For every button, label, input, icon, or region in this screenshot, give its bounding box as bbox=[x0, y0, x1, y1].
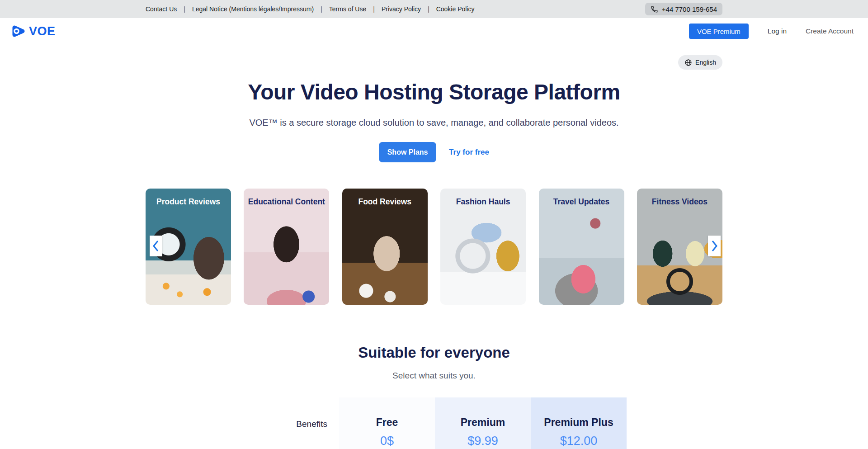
legal-links: Contact Us | Legal Notice (Mentions léga… bbox=[146, 5, 474, 13]
phone-number-badge[interactable]: +44 7700 159-654 bbox=[645, 3, 722, 15]
link-separator: | bbox=[321, 5, 322, 13]
link-separator: | bbox=[184, 5, 185, 13]
category-card-fashion-hauls[interactable]: Fashion Hauls bbox=[440, 189, 526, 305]
link-separator: | bbox=[428, 5, 429, 13]
pricing-table: Benefits Free 0$ monthly Premium $9.99 m… bbox=[146, 397, 722, 449]
link-separator: | bbox=[373, 5, 375, 13]
card-label: Product Reviews bbox=[146, 189, 231, 207]
card-label: Educational Content bbox=[244, 189, 329, 207]
plan-name: Premium bbox=[435, 416, 531, 429]
plan-column-premium[interactable]: Premium $9.99 monthly bbox=[435, 397, 531, 449]
page-subtitle: VOE™ is a secure storage cloud solution … bbox=[146, 118, 722, 128]
carousel-prev-button[interactable] bbox=[150, 236, 162, 256]
plan-name: Free bbox=[339, 416, 435, 429]
card-label: Food Reviews bbox=[342, 189, 428, 207]
try-for-free-link[interactable]: Try for free bbox=[449, 148, 489, 157]
language-selector[interactable]: English bbox=[678, 55, 722, 70]
plan-price: $12.00 bbox=[531, 434, 627, 448]
category-card-educational-content[interactable]: Educational Content bbox=[244, 189, 329, 305]
voe-logo[interactable]: VOE bbox=[11, 24, 56, 38]
globe-icon bbox=[684, 59, 692, 66]
plan-column-free[interactable]: Free 0$ monthly bbox=[339, 397, 435, 449]
card-label: Fitness Videos bbox=[637, 189, 722, 207]
privacy-policy-link[interactable]: Privacy Policy bbox=[382, 5, 421, 13]
show-plans-button[interactable]: Show Plans bbox=[379, 142, 436, 162]
plan-price: 0$ bbox=[339, 434, 435, 448]
logo-wordmark: VOE bbox=[29, 24, 56, 38]
main-header: VOE VOE Premium Log in Create Account bbox=[0, 18, 868, 44]
phone-number: +44 7700 159-654 bbox=[662, 5, 717, 13]
terms-of-use-link[interactable]: Terms of Use bbox=[329, 5, 366, 13]
voe-premium-button[interactable]: VOE Premium bbox=[689, 24, 749, 39]
chevron-right-icon bbox=[710, 239, 719, 253]
carousel-next-button[interactable] bbox=[708, 236, 721, 256]
card-label: Fashion Hauls bbox=[440, 189, 526, 207]
plan-price: $9.99 bbox=[435, 434, 531, 448]
cookie-policy-link[interactable]: Cookie Policy bbox=[436, 5, 475, 13]
benefits-column-label: Benefits bbox=[146, 397, 339, 449]
plans-section-subtitle: Select what suits you. bbox=[146, 371, 722, 381]
utility-bar: Contact Us | Legal Notice (Mentions léga… bbox=[0, 0, 868, 18]
category-card-travel-updates[interactable]: Travel Updates bbox=[539, 189, 624, 305]
page-title: Your Video Hosting Storage Platform bbox=[146, 80, 722, 104]
login-link[interactable]: Log in bbox=[768, 27, 787, 35]
category-carousel: Product Reviews Educational Content Food… bbox=[146, 189, 722, 305]
legal-notice-link[interactable]: Legal Notice (Mentions légales/Impressum… bbox=[192, 5, 314, 13]
language-label: English bbox=[695, 59, 716, 66]
play-logo-icon bbox=[11, 24, 25, 38]
chevron-left-icon bbox=[151, 239, 160, 253]
plans-section-title: Suitable for everyone bbox=[146, 344, 722, 361]
card-label: Travel Updates bbox=[539, 189, 624, 207]
plan-column-premium-plus[interactable]: Premium Plus $12.00 monthly bbox=[531, 397, 627, 449]
plan-name: Premium Plus bbox=[531, 416, 627, 429]
contact-us-link[interactable]: Contact Us bbox=[146, 5, 177, 13]
create-account-link[interactable]: Create Account bbox=[806, 27, 854, 35]
phone-icon bbox=[651, 5, 658, 13]
category-card-food-reviews[interactable]: Food Reviews bbox=[342, 189, 428, 305]
